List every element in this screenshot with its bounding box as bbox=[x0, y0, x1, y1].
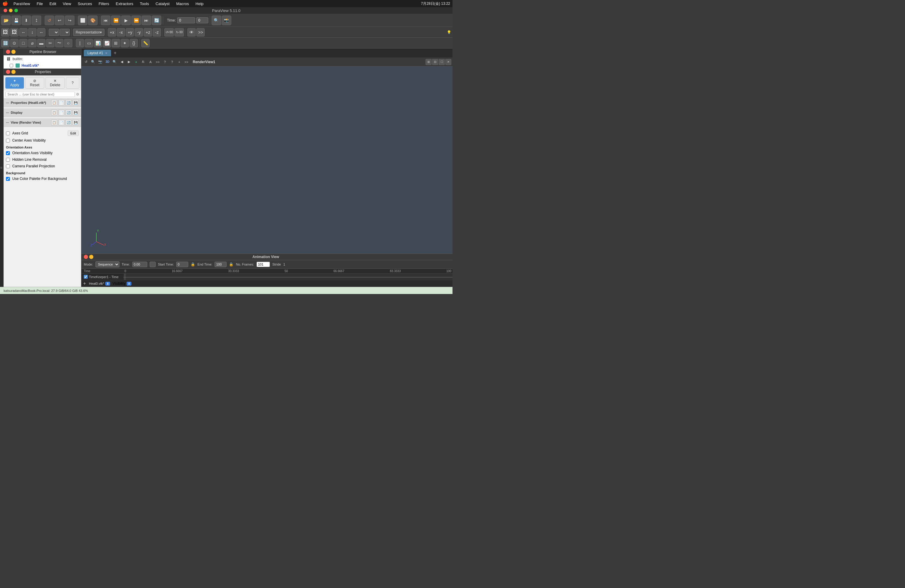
render-tool-2[interactable]: 🔍 bbox=[90, 59, 96, 65]
center-axes-checkbox[interactable] bbox=[6, 138, 10, 143]
loop-btn[interactable]: 🔄 bbox=[152, 16, 161, 25]
timekeeper-checkbox[interactable] bbox=[84, 275, 88, 279]
render-btn[interactable]: 🎨 bbox=[88, 16, 98, 25]
last-frame-btn[interactable]: ⏭ bbox=[141, 16, 151, 25]
render-tool-more1[interactable]: >> bbox=[154, 59, 161, 65]
section-refresh-icon[interactable]: 🔄 bbox=[65, 100, 71, 106]
search-input[interactable] bbox=[5, 92, 75, 97]
render-tool-zoom[interactable]: 🔍 bbox=[111, 59, 118, 65]
rotate-left-btn[interactable]: ↺+90 bbox=[164, 28, 174, 37]
apple-menu[interactable]: 🍎 bbox=[2, 1, 8, 6]
render-tool-q1[interactable]: ? bbox=[162, 59, 168, 65]
minimize-button[interactable] bbox=[9, 9, 13, 12]
help-button[interactable]: ? bbox=[66, 77, 79, 89]
apply-button[interactable]: ✦ Apply bbox=[5, 77, 24, 89]
menu-tools[interactable]: Tools bbox=[138, 1, 150, 6]
layout-btn-2[interactable]: ⊟ bbox=[432, 59, 438, 65]
menu-sources[interactable]: Sources bbox=[76, 1, 94, 6]
display-refresh-icon[interactable]: 🔄 bbox=[65, 110, 71, 116]
view-btn-1[interactable]: 🖼 bbox=[1, 28, 10, 37]
properties-section-header[interactable]: — Properties (Heat0.vtk*) 📋 📄 🔄 💾 bbox=[3, 99, 81, 107]
menu-macros[interactable]: Macros bbox=[175, 1, 191, 6]
save-btn[interactable]: 💾 bbox=[11, 16, 21, 25]
orient-btn-3[interactable]: +y bbox=[126, 28, 134, 37]
first-frame-btn[interactable]: ⏮ bbox=[101, 16, 110, 25]
tube-btn[interactable]: ○ bbox=[64, 39, 72, 47]
prev-frame-btn[interactable]: ⏪ bbox=[111, 16, 121, 25]
time-input[interactable] bbox=[177, 17, 195, 23]
plane2-btn[interactable]: ▭ bbox=[85, 39, 93, 47]
filter-select[interactable] bbox=[60, 29, 70, 36]
view-copy-icon[interactable]: 📋 bbox=[51, 119, 57, 126]
properties-close-btn[interactable] bbox=[6, 70, 10, 74]
anim-close-btn[interactable] bbox=[84, 255, 88, 259]
track-head[interactable] bbox=[125, 273, 125, 280]
menu-help[interactable]: Help bbox=[194, 1, 205, 6]
render-tool-cam[interactable]: 📷 bbox=[97, 59, 103, 65]
view-btn-5[interactable]: ↔ bbox=[37, 28, 46, 37]
pipeline-close-btn[interactable] bbox=[6, 50, 10, 54]
open-file-btn[interactable]: 📂 bbox=[1, 16, 11, 25]
reset-button[interactable]: ⊘ Reset bbox=[25, 77, 44, 89]
render-tool-add[interactable]: + bbox=[133, 59, 140, 65]
orient-btn-1[interactable]: +x bbox=[108, 28, 116, 37]
brace-btn[interactable]: {} bbox=[130, 39, 138, 47]
mode-select[interactable]: Sequence bbox=[95, 261, 119, 267]
tab-close-icon[interactable]: ✕ bbox=[105, 51, 108, 55]
menu-filters[interactable]: Filters bbox=[97, 1, 110, 6]
time-spinner-input[interactable] bbox=[150, 262, 156, 267]
zoom-btn[interactable]: 🔍 bbox=[211, 16, 221, 25]
render-tool-fwd[interactable]: ▶ bbox=[126, 59, 132, 65]
view-refresh-icon[interactable]: 🔄 bbox=[65, 119, 71, 126]
rotate-right-btn[interactable]: ↻-90 bbox=[175, 28, 184, 37]
next-frame-btn[interactable]: ⏩ bbox=[132, 16, 141, 25]
maximize-button[interactable] bbox=[14, 9, 18, 12]
display-save-icon[interactable]: 💾 bbox=[73, 110, 79, 116]
hidden-line-checkbox[interactable] bbox=[6, 158, 10, 162]
menu-file[interactable]: File bbox=[35, 1, 44, 6]
anim-float-btn[interactable] bbox=[89, 255, 94, 259]
section-paste-icon[interactable]: 📄 bbox=[58, 100, 64, 106]
view-btn-4[interactable]: ↕ bbox=[28, 28, 37, 37]
interact-btn[interactable]: ⬜ bbox=[78, 16, 87, 25]
render-tool-q2[interactable]: ? bbox=[169, 59, 175, 65]
render-tool-back[interactable]: ◀ bbox=[119, 59, 125, 65]
render-tool-1[interactable]: ↺ bbox=[83, 59, 89, 65]
menu-paraview[interactable]: ParaView bbox=[12, 1, 31, 6]
view-btn-3[interactable]: ↔ bbox=[19, 28, 27, 37]
menu-catalyst[interactable]: Catalyst bbox=[154, 1, 171, 6]
axes-grid-edit-btn[interactable]: Edit bbox=[68, 130, 79, 136]
plane-btn[interactable]: ▬ bbox=[37, 39, 46, 47]
ruler-btn[interactable]: 📏 bbox=[141, 39, 150, 47]
render-tool-plus2[interactable]: + bbox=[176, 59, 183, 65]
cylinder-btn[interactable]: ⌀ bbox=[28, 39, 37, 47]
eye-btn[interactable]: 👁 bbox=[187, 28, 196, 37]
render-tool-3d[interactable]: 3D bbox=[104, 59, 111, 65]
box-btn[interactable]: □ bbox=[19, 39, 27, 47]
menu-edit[interactable]: Edit bbox=[48, 1, 57, 6]
section-copy-icon[interactable]: 📋 bbox=[51, 100, 57, 106]
display-copy-icon[interactable]: 📋 bbox=[51, 110, 57, 116]
view-section-header[interactable]: — View (Render View) 📋 📄 🔄 💾 bbox=[3, 118, 81, 127]
start-time-input[interactable] bbox=[176, 262, 188, 267]
pipeline-file-checkbox[interactable] bbox=[10, 64, 13, 67]
display-paste-icon[interactable]: 📄 bbox=[58, 110, 64, 116]
pipeline-item-builtin[interactable]: 🖥 builtin: bbox=[3, 56, 81, 63]
use-color-palette-checkbox[interactable] bbox=[6, 177, 10, 181]
bar-btn[interactable]: 📊 bbox=[94, 39, 102, 47]
plot-btn[interactable]: 📈 bbox=[103, 39, 111, 47]
render-canvas[interactable]: Y X Z bbox=[81, 67, 452, 254]
source-select[interactable] bbox=[49, 29, 59, 36]
layout-btn-1[interactable]: ⊞ bbox=[426, 59, 432, 65]
layout-btn-3[interactable]: ☐ bbox=[439, 59, 445, 65]
menu-view[interactable]: View bbox=[62, 1, 72, 6]
render-tool-more2[interactable]: >> bbox=[183, 59, 190, 65]
star-btn[interactable]: ✦ bbox=[121, 39, 129, 47]
orient-btn-4[interactable]: -y bbox=[135, 28, 143, 37]
spline-btn[interactable]: 〜 bbox=[55, 39, 64, 47]
orient-btn-6[interactable]: -z bbox=[152, 28, 161, 37]
axes-grid-checkbox[interactable] bbox=[6, 132, 10, 135]
line-btn[interactable]: | bbox=[76, 39, 84, 47]
end-time-input[interactable] bbox=[214, 262, 227, 267]
properties-float-btn[interactable] bbox=[11, 70, 16, 74]
